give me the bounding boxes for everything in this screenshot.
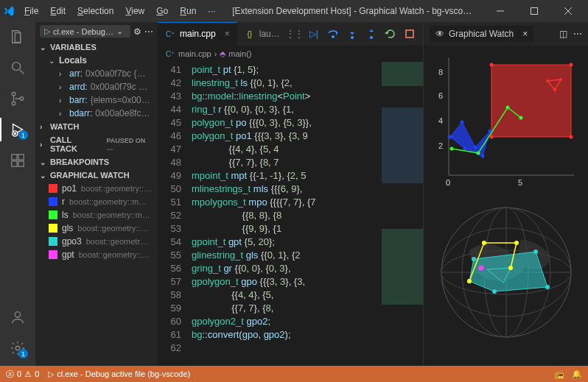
editor-tab[interactable]: {}lau…	[237, 22, 287, 46]
breadcrumb-function[interactable]: main()	[228, 49, 251, 58]
callstack-status: PAUSED ON …	[106, 137, 153, 152]
continue-button[interactable]: ▷|	[307, 26, 321, 41]
extensions-icon[interactable]	[9, 152, 27, 169]
menu-edit[interactable]: Edit	[45, 3, 71, 19]
variable-item[interactable]: › arr: 0x00a0f7bc {…	[35, 67, 158, 80]
breadcrumb-file[interactable]: main.cpp	[178, 49, 211, 58]
variable-item[interactable]: › barr: {elems=0x00…	[35, 93, 158, 107]
svg-point-14	[15, 312, 20, 317]
svg-point-8	[20, 97, 24, 101]
section-breakpoints[interactable]: ⌄BREAKPOINTS	[35, 155, 158, 169]
status-bar: ⓧ0⚠0 ▷cl.exe - Debug active file (bg-vsc…	[0, 366, 588, 382]
more-actions-icon[interactable]: ⋯	[421, 26, 423, 41]
step-into-button[interactable]	[345, 26, 360, 41]
debug-config-selector[interactable]: ▷ cl.exe - Debug… ⌄	[40, 25, 130, 38]
gw-watch-item[interactable]: gls boost::geometry::…	[35, 222, 158, 235]
svg-rect-11	[18, 155, 24, 160]
svg-text:5: 5	[518, 178, 522, 187]
debug-icon: ▷	[48, 369, 54, 379]
more-icon[interactable]: ⋯	[573, 29, 582, 39]
menu-selection[interactable]: Selection	[72, 3, 119, 19]
section-watch[interactable]: ›WATCH	[35, 120, 158, 133]
debug-more-icon[interactable]: ⋯	[144, 26, 153, 37]
var-value: 0x00a0f7bc {…	[85, 68, 145, 79]
tab-close-icon[interactable]: ×	[225, 29, 230, 39]
svg-point-46	[506, 106, 510, 110]
menu-go[interactable]: Go	[151, 3, 173, 19]
chevron-right-icon: ›	[59, 70, 66, 78]
split-editor-icon[interactable]: ◫	[559, 29, 567, 39]
chevron-right-icon: ›	[40, 123, 47, 131]
gw-item-name: gpt	[62, 250, 74, 260]
source-control-icon[interactable]	[9, 90, 27, 107]
menu-file[interactable]: File	[19, 3, 43, 19]
locals-label: Locals	[59, 55, 87, 66]
editor-tab[interactable]: C⁺main.cpp×	[158, 22, 237, 46]
gw-panel-tab[interactable]: 👁 Graphical Watch ×	[430, 26, 533, 42]
gw-watch-item[interactable]: r boost::geometry::m…	[35, 195, 158, 208]
variable-item[interactable]: › arrd: 0x00a0f79c …	[35, 80, 158, 93]
drag-handle-icon[interactable]: ⋮⋮	[287, 26, 302, 41]
svg-point-38	[449, 135, 452, 139]
search-icon[interactable]	[9, 59, 27, 77]
gw-watch-item[interactable]: po1 boost::geometry::…	[35, 182, 158, 195]
stop-button[interactable]	[402, 26, 417, 41]
svg-point-44	[450, 147, 454, 151]
function-icon: ⬘	[220, 49, 225, 59]
svg-point-40	[474, 146, 477, 149]
explorer-icon[interactable]	[9, 28, 27, 46]
eye-icon: 👁	[435, 29, 444, 39]
svg-rect-19	[406, 30, 413, 38]
gw-item-type: boost::geometr…	[86, 237, 148, 246]
minimize-button[interactable]	[483, 0, 517, 22]
maximize-button[interactable]	[517, 0, 551, 22]
section-callstack[interactable]: ›CALL STACKPAUSED ON …	[35, 133, 158, 155]
variable-item[interactable]: › bdarr: 0x00a0e8fc…	[35, 107, 158, 120]
status-debug-config[interactable]: ▷cl.exe - Debug active file (bg-vscode)	[48, 369, 190, 379]
gw-watch-item[interactable]: gpt boost::geometry::…	[35, 248, 158, 261]
debug-settings-icon[interactable]: ⚙	[133, 26, 141, 37]
accounts-icon[interactable]	[9, 308, 27, 326]
svg-rect-13	[18, 161, 24, 166]
run-debug-icon[interactable]: 1	[9, 121, 27, 138]
svg-rect-12	[12, 161, 17, 166]
cpp-file-icon: C⁺	[165, 29, 175, 39]
svg-point-39	[461, 121, 464, 124]
gw-panel-close[interactable]: ×	[522, 29, 528, 39]
restart-button[interactable]	[383, 26, 398, 41]
menu-view[interactable]: View	[120, 3, 150, 19]
graphical-watch-panel: 👁 Graphical Watch × ◫ ⋯ 8 6 4 2	[423, 22, 588, 366]
menu-run[interactable]: Run	[175, 3, 201, 19]
watch-label: WATCH	[50, 122, 80, 131]
breadcrumb[interactable]: C⁺ main.cpp › ⬘ main()	[158, 46, 423, 62]
step-over-button[interactable]	[326, 26, 340, 41]
svg-rect-1	[531, 8, 538, 15]
svg-point-6	[12, 92, 15, 96]
gw-item-name: gls	[62, 223, 73, 233]
status-errors[interactable]: ⓧ0⚠0	[6, 369, 39, 380]
var-name: bdarr:	[69, 108, 92, 119]
bell-icon[interactable]: 🔔	[572, 369, 582, 379]
gw-watch-item[interactable]: ls boost::geometry::m…	[35, 208, 158, 222]
code-editor[interactable]: 4142434445464748495051525354555657585960…	[158, 62, 423, 366]
breakpoints-label: BREAKPOINTS	[50, 158, 109, 166]
svg-point-56	[472, 257, 476, 261]
cpp-file-icon: C⁺	[165, 49, 175, 59]
tab-label: main.cpp	[180, 29, 216, 39]
section-variables[interactable]: ⌄VARIABLES	[35, 40, 158, 54]
step-out-button[interactable]	[364, 26, 379, 41]
menu-more[interactable]: ···	[203, 3, 220, 19]
feedback-icon[interactable]: 📻	[554, 369, 564, 379]
svg-point-65	[479, 266, 484, 271]
gw-watch-item[interactable]: gpo3 boost::geometr…	[35, 235, 158, 248]
locals-scope[interactable]: ⌄Locals	[35, 54, 158, 67]
settings-gear-icon[interactable]: 1	[9, 339, 27, 357]
svg-point-58	[545, 285, 550, 289]
variables-label: VARIABLES	[50, 43, 97, 52]
close-button[interactable]	[551, 0, 585, 22]
svg-text:6: 6	[438, 91, 443, 100]
section-graphical-watch[interactable]: ⌄GRAPHICAL WATCH	[35, 169, 158, 182]
minimap[interactable]	[382, 62, 423, 366]
svg-rect-10	[12, 155, 17, 160]
debug-sidebar: ▷ cl.exe - Debug… ⌄ ⚙ ⋯ ⌄VARIABLES ⌄Loca…	[35, 22, 158, 366]
